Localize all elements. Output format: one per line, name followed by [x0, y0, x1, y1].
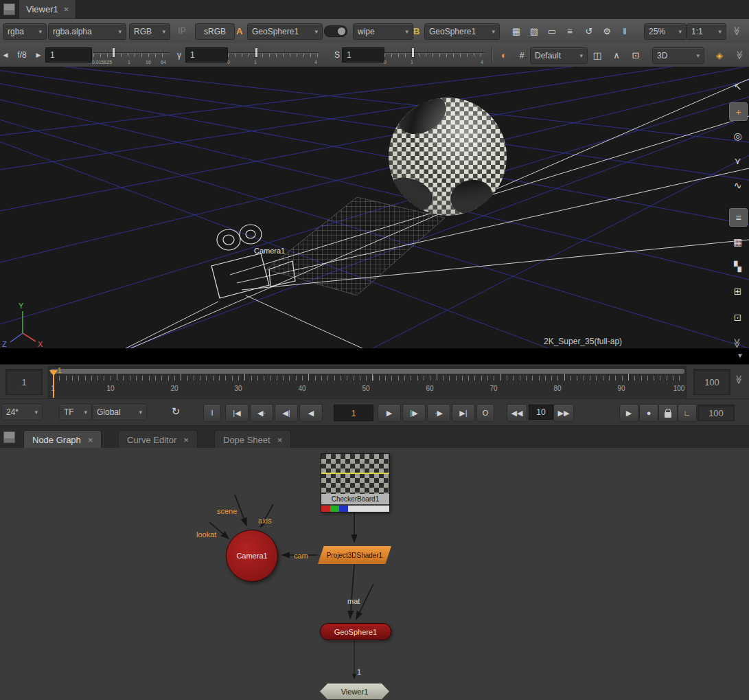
prev-keyframe-button[interactable]: ◀·	[250, 404, 273, 422]
flipbook-button[interactable]: ▶	[619, 404, 638, 422]
timeline-scrollbar[interactable]	[50, 369, 684, 374]
triangle-down-icon[interactable]: ▼	[737, 352, 744, 359]
pause-render-icon[interactable]: ‖	[617, 23, 633, 38]
node-viewer1[interactable]: Viewer1	[320, 684, 389, 699]
saturation-slider[interactable]	[384, 46, 486, 60]
close-icon[interactable]: ×	[64, 4, 69, 14]
out-point-button[interactable]: O	[476, 404, 494, 422]
close-icon[interactable]: ×	[277, 435, 283, 445]
wipe-mode-dropdown[interactable]: wipe ▾	[353, 23, 413, 40]
slider-handle[interactable]	[255, 48, 257, 57]
goto-end-button[interactable]: ▶|	[452, 404, 475, 422]
frame-range-dropdown[interactable]: Global ▾	[92, 404, 147, 420]
tab-viewer1[interactable]: Viewer1 ×	[19, 0, 76, 19]
slider-handle[interactable]	[412, 48, 414, 57]
node-camera1[interactable]: Camera1	[226, 530, 278, 582]
ip-toggle[interactable]: IP	[173, 23, 191, 38]
saturation-input[interactable]: 1	[342, 47, 384, 63]
collapse-chevrons-icon[interactable]: ≫	[730, 23, 745, 39]
settings-gear-icon[interactable]: ⚙	[599, 23, 615, 38]
gain-slider[interactable]	[93, 46, 169, 60]
tf-dropdown[interactable]: TF ▾	[59, 404, 92, 420]
frame-selected-icon[interactable]: ⊡	[729, 308, 746, 326]
gamma-slider[interactable]	[228, 46, 319, 60]
curve-corner-button[interactable]: ∟	[678, 404, 697, 422]
selection-cursor-icon[interactable]: ↖	[729, 78, 746, 95]
translate-tool-icon[interactable]: +	[729, 102, 748, 121]
panel-grip-icon[interactable]	[3, 431, 15, 443]
ab-blend-toggle[interactable]	[324, 25, 347, 37]
node-checkerboard1[interactable]: CheckerBoard1	[321, 453, 390, 512]
viewer-settings-icon[interactable]: ≡	[729, 208, 748, 227]
input-b-dropdown[interactable]: GeoSphere1 ▾	[424, 23, 500, 40]
proxy-dropdown[interactable]: 1:1 ▾	[687, 23, 726, 40]
curve-tool-icon[interactable]: ∿	[729, 177, 746, 194]
play-button[interactable]: ▶	[378, 404, 401, 422]
step-back-button[interactable]: ◀|	[275, 404, 298, 422]
tab-label: Dope Sheet	[223, 435, 270, 445]
playhead-handle[interactable]	[49, 370, 58, 376]
aperture-value[interactable]: f/8	[11, 47, 33, 63]
loop-mode-icon[interactable]: ↻	[168, 404, 184, 419]
play-backward-button[interactable]: ◀	[299, 404, 323, 422]
panel-grip-icon[interactable]	[3, 3, 15, 15]
timeline-start-frame[interactable]: 1	[5, 369, 43, 395]
stereo-views-icon[interactable]: ◫	[589, 47, 606, 63]
frame-all-icon[interactable]: ⊞	[729, 282, 746, 300]
lock-range-button[interactable]	[658, 404, 678, 422]
aperture-next-icon[interactable]: ▶	[34, 47, 43, 63]
slider-handle[interactable]	[113, 48, 115, 57]
scene-graph-icon[interactable]: ⋎	[729, 152, 746, 169]
aperture-prev-icon[interactable]: ◀	[1, 47, 10, 63]
gamma-input[interactable]: 1	[185, 47, 228, 63]
colorspace-button[interactable]: sRGB	[195, 23, 235, 40]
jump-forward-button[interactable]: ▶▶	[553, 404, 574, 422]
zoom-dropdown[interactable]: 25% ▾	[644, 23, 687, 40]
close-icon[interactable]: ×	[183, 435, 189, 445]
frame-ruler[interactable]: 1 10 20 30 40 50 60 70 80 90 100 1	[48, 366, 687, 399]
step-forward-button[interactable]: |▶	[402, 404, 426, 422]
input-a-dropdown[interactable]: GeoSphere1 ▾	[247, 23, 323, 40]
node-graph-canvas[interactable]: scene axis lookat cam mat 1 CheckerBoard…	[0, 448, 749, 700]
layer-dropdown[interactable]: rgba.alpha ▾	[48, 23, 126, 40]
playhead[interactable]	[53, 375, 54, 398]
input-a-value: GeoSphere1	[252, 27, 299, 36]
refresh-icon[interactable]: ↺	[581, 23, 597, 38]
collapse-chevrons-icon[interactable]: ≫	[733, 47, 748, 63]
collapse-chevrons-icon[interactable]: ≫	[734, 375, 744, 385]
in-point-button[interactable]: I	[203, 404, 221, 422]
monitor-out-icon[interactable]: ▭	[544, 23, 560, 38]
rotate-tool-icon[interactable]: ◎	[729, 127, 746, 144]
checker-layout-icon[interactable]: ▚	[729, 258, 746, 275]
checkerboard-bg-icon[interactable]: ▦	[508, 23, 525, 38]
range-end-field[interactable]: 100	[698, 405, 735, 421]
contact-sheet-icon[interactable]: ▦	[729, 233, 746, 250]
overlay-stripes-icon[interactable]: ▨	[526, 23, 542, 38]
gain-input[interactable]: 1	[45, 47, 92, 63]
node-geosphere1[interactable]: GeoSphere1	[320, 623, 391, 640]
color-sampler-icon[interactable]: ◈	[711, 47, 728, 63]
node-project3dshader1[interactable]: Project3DShader1	[318, 546, 391, 564]
jump-back-button[interactable]: ◀◀	[507, 404, 527, 422]
tab-curve-editor[interactable]: Curve Editor ×	[118, 430, 198, 449]
gamma-curve-icon[interactable]: ∧	[608, 47, 625, 63]
view-mode-dropdown[interactable]: 3D ▾	[652, 47, 704, 64]
tab-dope-sheet[interactable]: Dope Sheet ×	[214, 430, 291, 449]
goto-start-button[interactable]: |◀	[225, 404, 249, 422]
3d-lighting-icon[interactable]: ◐	[496, 47, 512, 63]
current-frame-field[interactable]: 1	[334, 405, 373, 421]
viewport-3d[interactable]: Camera1 Y Z X 2K_Super_35(full-ap)	[0, 67, 749, 349]
tab-node-graph[interactable]: Node Graph ×	[23, 430, 102, 449]
grid-hash-icon[interactable]: #	[514, 47, 530, 63]
roi-marquee-icon[interactable]: ⊡	[627, 47, 644, 63]
record-button[interactable]: ●	[639, 404, 658, 422]
fps-dropdown[interactable]: 24* ▾	[1, 404, 43, 420]
view-transform-dropdown[interactable]: Default ▾	[530, 47, 588, 64]
frame-increment-field[interactable]: 10	[529, 405, 553, 420]
scanline-icon[interactable]: ≡	[562, 23, 578, 38]
timeline-end-frame[interactable]: 100	[693, 369, 730, 395]
close-icon[interactable]: ×	[88, 435, 93, 445]
next-keyframe-button[interactable]: ·▶	[427, 404, 450, 422]
display-channels-dropdown[interactable]: RGB ▾	[129, 23, 170, 40]
channels-dropdown[interactable]: rgba ▾	[3, 23, 47, 40]
